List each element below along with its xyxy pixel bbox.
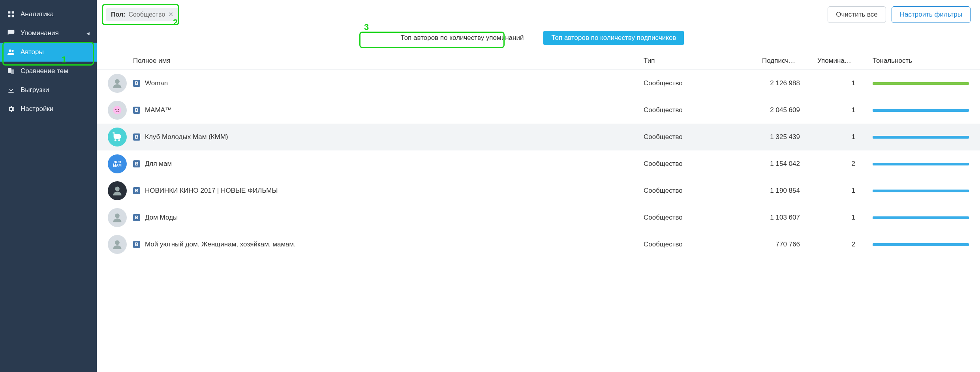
mentions-icon: [7, 29, 15, 37]
chevron-left-icon: ◀: [86, 31, 90, 36]
avatar: [108, 74, 127, 93]
author-subscribers: 1 154 042: [759, 150, 814, 177]
sidebar-item-label: Авторы: [21, 48, 44, 56]
sidebar: Аналитика Упоминания ◀ Авторы Сравнение …: [0, 0, 97, 372]
avatar: ДЛЯМАМ: [108, 154, 127, 173]
download-icon: [7, 86, 15, 94]
tab-top-by-subscribers[interactable]: Топ авторов по количеству подписчиков: [543, 31, 684, 45]
author-subscribers: 1 190 854: [759, 177, 814, 204]
author-type: Сообщество: [640, 97, 759, 124]
sidebar-item-analytics[interactable]: Аналитика: [0, 5, 97, 24]
author-mentions: 1: [814, 124, 869, 150]
sidebar-item-label: Сравнение тем: [21, 67, 68, 75]
filter-chip-gender[interactable]: Пол: Сообщество ✕: [106, 8, 178, 21]
author-mentions: 1: [814, 70, 869, 97]
sidebar-item-mentions[interactable]: Упоминания ◀: [0, 24, 97, 43]
svg-point-5: [12, 50, 14, 52]
author-mentions: 1: [814, 204, 869, 231]
th-mentions[interactable]: Упомина…: [814, 52, 869, 70]
sidebar-item-label: Упоминания: [21, 29, 59, 37]
vk-icon: В: [133, 160, 140, 167]
tone-bar: [873, 109, 969, 112]
vk-icon: В: [133, 241, 140, 248]
filter-chip-label: Пол:: [111, 11, 125, 18]
avatar: [108, 208, 127, 227]
svg-point-17: [115, 240, 120, 245]
vk-icon: В: [133, 133, 140, 141]
sidebar-item-authors[interactable]: Авторы: [0, 43, 97, 62]
author-type: Сообщество: [640, 70, 759, 97]
author-type: Сообщество: [640, 124, 759, 150]
svg-point-9: [115, 79, 120, 84]
tabs-row: Топ авторов по количеству упоминаний Топ…: [97, 28, 980, 52]
author-type: Сообщество: [640, 204, 759, 231]
close-icon[interactable]: ✕: [168, 11, 173, 18]
svg-rect-3: [12, 15, 14, 17]
svg-point-12: [118, 109, 119, 110]
table-row[interactable]: ВМой уютный дом. Женщинам, хозяйкам, мам…: [97, 231, 980, 258]
tone-bar: [873, 163, 969, 165]
author-mentions: 1: [814, 177, 869, 204]
svg-rect-2: [8, 15, 11, 17]
author-name: Для мам: [145, 160, 172, 168]
tone-bar: [873, 243, 969, 246]
author-subscribers: 1 103 607: [759, 204, 814, 231]
author-subscribers: 1 325 439: [759, 124, 814, 150]
author-name: Дом Моды: [145, 214, 178, 222]
author-name: Клуб Молодых Мам (КММ): [145, 133, 228, 141]
table-row[interactable]: ДЛЯМАМВДля мамСообщество1 154 0422: [97, 150, 980, 177]
svg-point-11: [115, 109, 116, 110]
author-type: Сообщество: [640, 150, 759, 177]
table-row[interactable]: ВНОВИНКИ КИНО 2017 | НОВЫЕ ФИЛЬМЫСообщес…: [97, 177, 980, 204]
filter-chip-value: Сообщество: [128, 11, 165, 18]
th-name[interactable]: Полное имя: [130, 52, 640, 70]
avatar: [108, 101, 127, 120]
svg-point-16: [115, 214, 120, 218]
table-row[interactable]: ВWomanСообщество2 126 9881: [97, 70, 980, 97]
sidebar-item-compare[interactable]: Сравнение тем: [0, 62, 97, 81]
compare-icon: [7, 67, 15, 75]
sidebar-item-exports[interactable]: Выгрузки: [0, 81, 97, 100]
authors-icon: [7, 48, 15, 56]
sidebar-item-settings[interactable]: Настройки: [0, 100, 97, 118]
avatar: [108, 128, 127, 147]
th-subscribers[interactable]: Подписч…: [759, 52, 814, 70]
author-type: Сообщество: [640, 231, 759, 258]
tab-top-by-mentions[interactable]: Топ авторов по количеству упоминаний: [393, 31, 532, 45]
main-content: Пол: Сообщество ✕ Очистить все Настроить…: [97, 0, 980, 372]
svg-point-14: [118, 139, 120, 141]
svg-rect-7: [11, 70, 14, 74]
sidebar-item-label: Аналитика: [21, 10, 54, 18]
table-row[interactable]: ВДом МодыСообщество1 103 6071: [97, 204, 980, 231]
vk-icon: В: [133, 107, 140, 114]
svg-point-4: [9, 49, 11, 52]
configure-filters-button[interactable]: Настроить фильтры: [892, 6, 971, 23]
clear-all-button[interactable]: Очистить все: [828, 6, 886, 23]
sidebar-item-label: Настройки: [21, 105, 53, 113]
author-mentions: 2: [814, 150, 869, 177]
vk-icon: В: [133, 80, 140, 87]
tone-bar: [873, 82, 969, 85]
svg-rect-0: [8, 11, 11, 14]
svg-point-15: [115, 187, 120, 192]
table-row[interactable]: ВМАМА™Сообщество2 045 6091: [97, 97, 980, 124]
th-tone[interactable]: Тональность: [869, 52, 980, 70]
author-mentions: 2: [814, 231, 869, 258]
author-name: Woman: [145, 79, 168, 87]
author-type: Сообщество: [640, 177, 759, 204]
avatar: [108, 235, 127, 254]
avatar: [108, 181, 127, 200]
author-name: МАМА™: [145, 106, 172, 114]
svg-rect-8: [8, 92, 13, 93]
filter-bar: Пол: Сообщество ✕ Очистить все Настроить…: [97, 0, 980, 28]
svg-rect-1: [12, 11, 14, 14]
vk-icon: В: [133, 187, 140, 194]
dashboard-icon: [7, 10, 15, 18]
th-type[interactable]: Тип: [640, 52, 759, 70]
vk-icon: В: [133, 214, 140, 221]
tone-bar: [873, 136, 969, 139]
author-subscribers: 770 766: [759, 231, 814, 258]
table-row[interactable]: ВКлуб Молодых Мам (КММ)Сообщество1 325 4…: [97, 124, 980, 150]
tone-bar: [873, 216, 969, 219]
sidebar-item-label: Выгрузки: [21, 86, 49, 94]
